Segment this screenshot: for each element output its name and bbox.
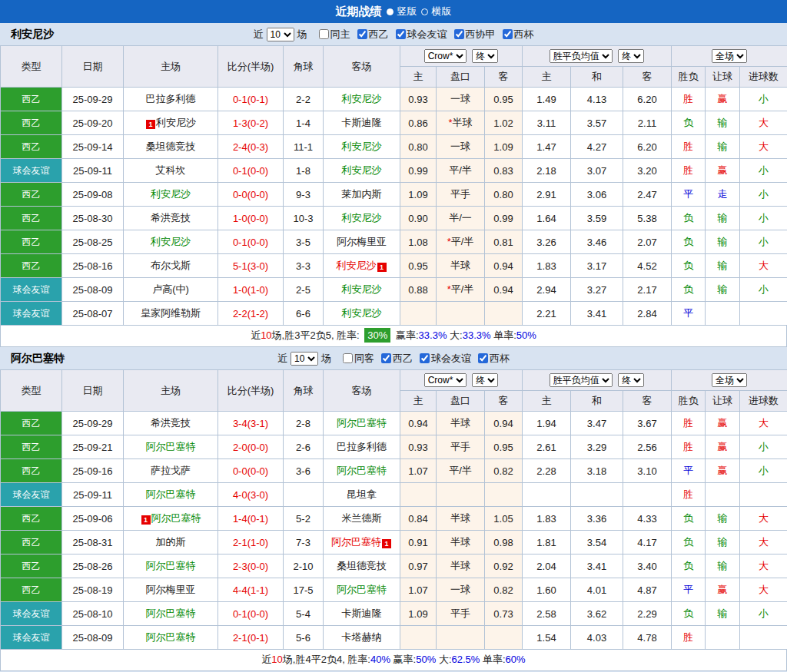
home-team-label: 萨拉戈萨 — [151, 465, 191, 476]
home-team-label: 阿尔巴塞特 — [146, 441, 196, 452]
away-team[interactable]: 阿尔巴塞特 — [324, 578, 400, 602]
home-team[interactable]: 1利安尼沙 — [124, 111, 218, 135]
away-team[interactable]: 米兰德斯 — [324, 507, 400, 531]
match-date: 25-09-08 — [62, 183, 124, 207]
league-type-cell: 球会友谊 — [1, 159, 62, 183]
away-team[interactable]: 利安尼沙 — [324, 88, 400, 111]
away-team[interactable]: 桑坦德竞技 — [324, 554, 400, 578]
league-checkbox[interactable] — [319, 29, 329, 39]
league-checkbox[interactable] — [420, 353, 430, 363]
odds-final-select[interactable]: 终 — [472, 373, 498, 387]
league-filter[interactable]: 西乙 — [357, 28, 389, 41]
match-score: 0-0(0-0) — [218, 459, 284, 483]
match-row: 西乙25-08-30希洪竞技1-0(0-0)10-3利安尼沙0.90半/一0.9… — [1, 207, 787, 230]
away-team[interactable]: 阿尔梅里亚 — [324, 230, 400, 254]
away-team[interactable]: 阿尔巴塞特 — [324, 412, 400, 435]
vertical-layout-radio[interactable] — [387, 8, 394, 15]
home-team-label: 阿尔梅里亚 — [146, 584, 196, 595]
away-team[interactable]: 昆坦拿 — [324, 483, 400, 507]
league-checkbox[interactable] — [478, 353, 488, 363]
league-filter[interactable]: 西协甲 — [454, 28, 496, 41]
match-count-select[interactable]: 10 — [291, 352, 318, 366]
league-filter[interactable]: 西乙 — [381, 352, 413, 366]
away-team[interactable]: 利安尼沙 — [324, 302, 400, 326]
league-filter[interactable]: 球会友谊 — [420, 352, 471, 366]
home-team[interactable]: 萨拉戈萨 — [124, 459, 218, 483]
mean-odds-cell: 3.18 — [571, 459, 623, 483]
match-score: 0-1(0-0) — [218, 159, 284, 183]
fulltime-select[interactable]: 全场 — [712, 373, 747, 387]
league-filter[interactable]: 西杯 — [503, 28, 534, 41]
home-team[interactable]: 皇家阿维勒斯 — [124, 302, 218, 326]
match-date: 25-08-09 — [62, 626, 124, 650]
league-filter[interactable]: 同客 — [343, 352, 374, 366]
away-team[interactable]: 利安尼沙 — [324, 278, 400, 302]
home-team[interactable]: 利安尼沙 — [124, 230, 218, 254]
fulltime-group-header: 全场 — [672, 46, 787, 67]
mean-odds-select[interactable]: 胜平负均值 — [550, 49, 613, 63]
match-date: 25-08-31 — [62, 531, 124, 554]
away-team[interactable]: 卡斯迪隆 — [324, 111, 400, 135]
league-checkbox[interactable] — [357, 29, 367, 39]
home-team[interactable]: 阿尔巴塞特 — [124, 554, 218, 578]
away-team[interactable]: 利安尼沙1 — [324, 254, 400, 278]
goals-result-cell: 大 — [740, 254, 787, 278]
odds-cell: 平手 — [437, 435, 485, 459]
home-team[interactable]: 加的斯 — [124, 531, 218, 554]
home-team[interactable]: 1阿尔巴塞特 — [124, 507, 218, 531]
mean-final-select[interactable]: 终 — [618, 373, 644, 387]
league-checkbox[interactable] — [381, 353, 391, 363]
league-checkbox[interactable] — [454, 29, 464, 39]
sub-mean-draw-header: 和 — [571, 67, 623, 88]
away-team[interactable]: 卡斯迪隆 — [324, 602, 400, 626]
home-team[interactable]: 阿尔巴塞特 — [124, 483, 218, 507]
match-row: 西乙25-08-26阿尔巴塞特2-3(0-0)2-10桑坦德竞技0.97半球0.… — [1, 554, 787, 578]
home-team[interactable]: 阿尔巴塞特 — [124, 626, 218, 650]
home-team[interactable]: 艾科坎 — [124, 159, 218, 183]
mean-odds-cell: 4.78 — [623, 626, 672, 650]
summary-part: 30% — [364, 328, 390, 343]
away-team[interactable]: 莱加内斯 — [324, 183, 400, 207]
odds-company-select[interactable]: Crow* — [424, 49, 467, 63]
home-team[interactable]: 希洪竞技 — [124, 412, 218, 435]
away-team[interactable]: 利安尼沙 — [324, 207, 400, 230]
away-team[interactable]: 卡塔赫纳 — [324, 626, 400, 650]
league-checkbox[interactable] — [343, 353, 353, 363]
match-score: 0-1(0-0) — [218, 602, 284, 626]
match-count-select[interactable]: 10 — [267, 28, 294, 41]
home-team[interactable]: 巴拉多利德 — [124, 88, 218, 111]
corner-count: 5-6 — [284, 626, 324, 650]
odds-final-select[interactable]: 终 — [472, 49, 498, 63]
vertical-layout-label: 竖版 — [397, 5, 417, 18]
league-checkbox[interactable] — [396, 29, 406, 39]
league-filter[interactable]: 同主 — [319, 28, 350, 41]
away-team[interactable]: 利安尼沙 — [324, 135, 400, 159]
team-section-home: 利安尼沙 近 10 场 同主西乙球会友谊西协甲西杯 类型 日期 主场 比分(半场… — [0, 23, 787, 347]
mean-odds-select[interactable]: 胜平负均值 — [550, 373, 613, 387]
home-team[interactable]: 阿尔梅里亚 — [124, 578, 218, 602]
home-team[interactable]: 桑坦德竞技 — [124, 135, 218, 159]
league-filter[interactable]: 球会友谊 — [396, 28, 447, 41]
home-team[interactable]: 希洪竞技 — [124, 207, 218, 230]
home-team[interactable]: 阿尔巴塞特 — [124, 435, 218, 459]
away-team[interactable]: 阿尔巴塞特1 — [324, 531, 400, 554]
home-team[interactable]: 卢高(中) — [124, 278, 218, 302]
mean-odds-cell — [623, 483, 672, 507]
mean-group-header: 胜平负均值 终 — [523, 46, 672, 67]
home-team[interactable]: 布尔戈斯 — [124, 254, 218, 278]
home-team[interactable]: 利安尼沙 — [124, 183, 218, 207]
match-date: 25-09-20 — [62, 111, 124, 135]
away-team[interactable]: 利安尼沙 — [324, 159, 400, 183]
home-team[interactable]: 阿尔巴塞特 — [124, 602, 218, 626]
fulltime-select[interactable]: 全场 — [712, 49, 747, 63]
league-checkbox[interactable] — [503, 29, 513, 39]
away-team[interactable]: 巴拉多利德 — [324, 435, 400, 459]
odds-company-select[interactable]: Crow* — [424, 373, 467, 387]
mean-final-select[interactable]: 终 — [618, 49, 644, 63]
horizontal-layout-radio[interactable] — [421, 8, 428, 15]
corner-count: 2-6 — [284, 435, 324, 459]
league-filter[interactable]: 西杯 — [478, 352, 510, 366]
mean-odds-cell: 2.17 — [623, 278, 672, 302]
match-row: 球会友谊25-08-07皇家阿维勒斯2-2(1-2)6-6利安尼沙2.213.4… — [1, 302, 787, 326]
away-team[interactable]: 阿尔巴塞特 — [324, 459, 400, 483]
